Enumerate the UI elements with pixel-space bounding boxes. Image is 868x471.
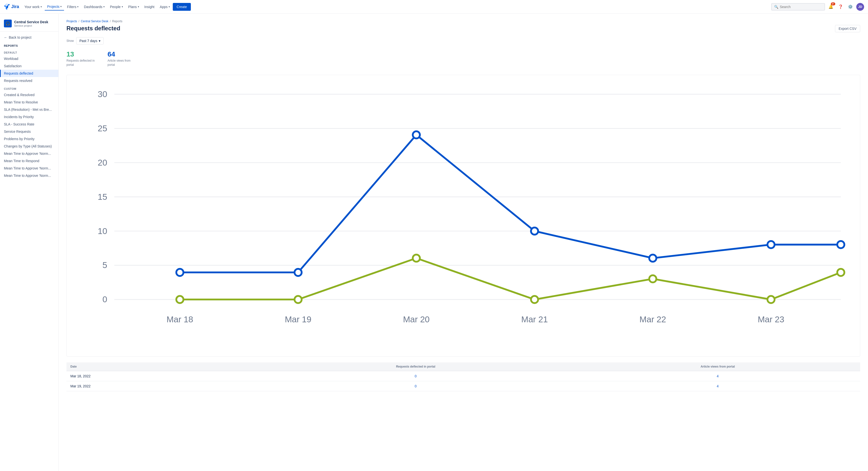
sidebar-item-problems-priority[interactable]: Problems by Priority [0, 135, 58, 143]
svg-text:25: 25 [98, 123, 107, 133]
custom-category-label: CUSTOM [0, 84, 58, 91]
nav-projects[interactable]: Projects ▾ [45, 3, 64, 10]
avatar[interactable]: JD [856, 3, 864, 11]
sidebar-item-changes-type[interactable]: Changes by Type (All Statuses) [0, 143, 58, 150]
page-header: Requests deflected Export CSV [66, 25, 860, 32]
export-csv-button[interactable]: Export CSV [835, 25, 860, 32]
nav-plans[interactable]: Plans ▾ [126, 3, 142, 10]
svg-text:15: 15 [98, 192, 107, 201]
reports-section-title: Reports [0, 41, 58, 48]
svg-point-23 [531, 228, 538, 235]
top-navigation: Jira Your work ▾ Projects ▾ Filters ▾ Da… [0, 0, 868, 14]
sidebar-item-mean-time-approve-1[interactable]: Mean Time to Approve 'Norm... [0, 150, 58, 157]
svg-text:20: 20 [98, 157, 107, 167]
svg-text:5: 5 [102, 260, 107, 270]
page-title: Requests deflected [66, 25, 120, 32]
show-filter: Show Past 7 days ▾ [66, 37, 860, 45]
sidebar-item-service-requests[interactable]: Service Requests [0, 128, 58, 135]
nav-people[interactable]: People ▾ [107, 3, 125, 10]
chart-container: 30 25 20 15 10 5 0 Mar 18 Mar 19 Mar 20 … [66, 75, 860, 357]
article-views-value: 64 [107, 50, 137, 58]
settings-button[interactable]: ⚙️ [846, 3, 854, 11]
svg-point-26 [837, 241, 844, 248]
breadcrumb-central-service-desk[interactable]: Central Service Desk [81, 20, 108, 23]
col-deflected: Requests deflected in portal [256, 362, 575, 371]
sidebar: 🎧 Central Service Desk Service project ←… [0, 14, 59, 471]
col-date: Date [66, 362, 256, 371]
sidebar-item-incidents-priority[interactable]: Incidents by Priority [0, 113, 58, 121]
sidebar-item-sla-success[interactable]: SLA - Success Rate [0, 121, 58, 128]
chevron-down-icon: ▾ [99, 39, 100, 43]
nav-items: Your work ▾ Projects ▾ Filters ▾ Dashboa… [22, 3, 770, 11]
project-type: Service project [14, 24, 48, 27]
svg-point-24 [649, 255, 656, 262]
sidebar-item-satisfaction[interactable]: Satisfaction [0, 62, 58, 70]
chevron-down-icon: ▾ [138, 5, 139, 8]
nav-dashboards[interactable]: Dashboards ▾ [82, 3, 107, 10]
svg-point-28 [294, 296, 302, 303]
cell-date: Mar 18, 2022 [66, 371, 256, 381]
table-row: Mar 19, 2022 0 4 [66, 381, 860, 391]
breadcrumb-reports: Reports [112, 20, 122, 23]
svg-text:Mar 21: Mar 21 [521, 315, 548, 324]
sidebar-item-workload[interactable]: Workload [0, 55, 58, 62]
svg-point-25 [767, 241, 774, 248]
article-views-label: Article views from portal [107, 59, 137, 67]
default-category-label: DEFAULT [0, 48, 58, 55]
logo-text: Jira [11, 4, 19, 9]
period-dropdown[interactable]: Past 7 days ▾ [76, 37, 103, 45]
breadcrumb-projects[interactable]: Projects [66, 20, 77, 23]
help-button[interactable]: ❓ [837, 3, 844, 11]
chevron-down-icon: ▾ [103, 5, 104, 8]
breadcrumb: Projects / Central Service Desk / Report… [66, 20, 860, 23]
stat-deflected: 13 Requests deflected in portal [66, 50, 96, 67]
svg-point-29 [413, 255, 420, 262]
nav-your-work[interactable]: Your work ▾ [22, 3, 44, 10]
sidebar-item-sla-resolution[interactable]: SLA (Resolution) - Met vs Bre... [0, 106, 58, 113]
chevron-down-icon: ▾ [168, 5, 170, 8]
svg-text:30: 30 [98, 89, 107, 99]
sidebar-project: 🎧 Central Service Desk Service project [0, 18, 58, 32]
search-icon: 🔍 [774, 5, 778, 9]
svg-point-20 [176, 269, 183, 276]
search-input[interactable] [780, 5, 822, 9]
notifications-button[interactable]: 🔔 9+ [827, 3, 835, 11]
sidebar-item-mean-time-approve-3[interactable]: Mean Time to Approve 'Norm... [0, 172, 58, 179]
sidebar-item-requests-resolved[interactable]: Requests resolved [0, 77, 58, 84]
nav-insight[interactable]: Insight [142, 3, 157, 10]
svg-text:Mar 19: Mar 19 [285, 315, 311, 324]
cell-article-views: 4 [575, 371, 860, 381]
cell-date: Mar 19, 2022 [66, 381, 256, 391]
chevron-down-icon: ▾ [60, 5, 62, 8]
logo[interactable]: Jira [4, 4, 19, 10]
project-name: Central Service Desk [14, 20, 48, 24]
jira-logo-icon [4, 4, 10, 10]
svg-point-31 [649, 275, 656, 282]
nav-apps[interactable]: Apps ▾ [157, 3, 172, 10]
chevron-down-icon: ▾ [77, 5, 79, 8]
svg-text:Mar 18: Mar 18 [167, 315, 193, 324]
svg-point-33 [837, 269, 844, 276]
nav-filters[interactable]: Filters ▾ [64, 3, 81, 10]
svg-text:0: 0 [102, 294, 107, 304]
back-to-project[interactable]: ← Back to project [0, 33, 58, 41]
sidebar-item-created-resolved[interactable]: Created & Resolved [0, 91, 58, 98]
svg-point-27 [176, 296, 183, 303]
show-label: Show [66, 39, 74, 42]
project-info: Central Service Desk Service project [14, 20, 48, 27]
deflected-label: Requests deflected in portal [66, 59, 96, 67]
sidebar-item-mean-time-resolve[interactable]: Mean Time to Resolve [0, 98, 58, 106]
search-box[interactable]: 🔍 [771, 3, 825, 10]
svg-text:Mar 20: Mar 20 [403, 315, 430, 324]
sidebar-item-mean-time-respond[interactable]: Mean Time to Respond [0, 157, 58, 165]
svg-text:10: 10 [98, 226, 107, 235]
chevron-down-icon: ▾ [40, 5, 42, 8]
stats-row: 13 Requests deflected in portal 64 Artic… [66, 50, 860, 67]
sidebar-item-mean-time-approve-2[interactable]: Mean Time to Approve 'Norm... [0, 165, 58, 172]
create-button[interactable]: Create [173, 3, 191, 11]
project-icon: 🎧 [4, 20, 12, 27]
cell-deflected: 0 [256, 371, 575, 381]
svg-point-21 [294, 269, 302, 276]
sidebar-item-requests-deflected[interactable]: Requests deflected [0, 70, 58, 77]
svg-point-32 [767, 296, 774, 303]
